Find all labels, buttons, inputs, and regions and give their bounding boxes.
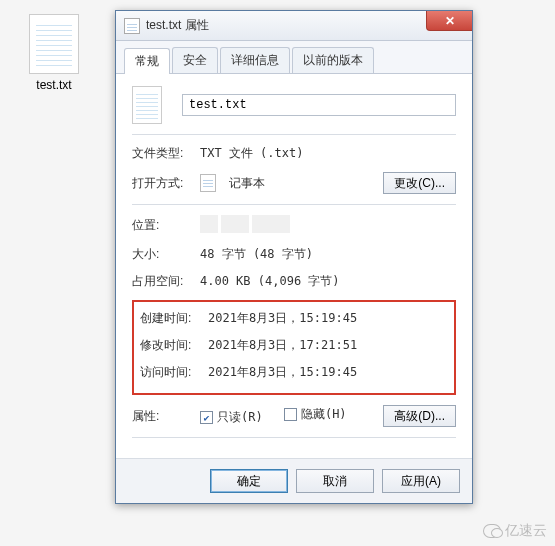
tab-security[interactable]: 安全: [172, 47, 218, 73]
accessed-value: 2021年8月3日，15:19:45: [208, 364, 448, 381]
modified-row: 修改时间: 2021年8月3日，17:21:51: [140, 337, 448, 354]
text-file-icon: [29, 14, 79, 74]
open-with-label: 打开方式:: [132, 175, 200, 192]
tab-strip: 常规 安全 详细信息 以前的版本: [116, 41, 472, 74]
apply-button[interactable]: 应用(A): [382, 469, 460, 493]
desktop-file[interactable]: test.txt: [18, 14, 90, 92]
checkbox-box-icon: [200, 411, 213, 424]
file-type-label: 文件类型:: [132, 145, 200, 162]
open-with-row: 打开方式: 记事本 更改(C)...: [132, 172, 456, 194]
attr-label: 属性:: [132, 408, 200, 425]
desktop-file-label: test.txt: [18, 78, 90, 92]
properties-dialog: test.txt 属性 ✕ 常规 安全 详细信息 以前的版本 文件类型: TXT…: [115, 10, 473, 504]
ok-button[interactable]: 确定: [210, 469, 288, 493]
file-type-value: TXT 文件 (.txt): [200, 145, 456, 162]
title-file-icon: [124, 18, 140, 34]
content: 文件类型: TXT 文件 (.txt) 打开方式: 记事本 更改(C)... 位…: [116, 74, 472, 458]
cancel-button[interactable]: 取消: [296, 469, 374, 493]
notepad-icon: [200, 174, 216, 192]
advanced-button[interactable]: 高级(D)...: [383, 405, 456, 427]
watermark: 亿速云: [483, 522, 547, 540]
location-label: 位置:: [132, 217, 200, 234]
divider: [132, 204, 456, 205]
created-label: 创建时间:: [140, 310, 208, 327]
location-value: [200, 215, 456, 236]
hidden-checkbox[interactable]: 隐藏(H): [284, 406, 347, 423]
tab-general[interactable]: 常规: [124, 48, 170, 74]
watermark-text: 亿速云: [505, 522, 547, 540]
divider: [132, 437, 456, 438]
created-value: 2021年8月3日，15:19:45: [208, 310, 448, 327]
change-button[interactable]: 更改(C)...: [383, 172, 456, 194]
tab-previous-versions[interactable]: 以前的版本: [292, 47, 374, 73]
file-big-icon: [132, 86, 162, 124]
accessed-row: 访问时间: 2021年8月3日，15:19:45: [140, 364, 448, 381]
location-row: 位置:: [132, 215, 456, 236]
file-type-row: 文件类型: TXT 文件 (.txt): [132, 145, 456, 162]
readonly-checkbox[interactable]: 只读(R): [200, 409, 263, 426]
accessed-label: 访问时间:: [140, 364, 208, 381]
size-row: 大小: 48 字节 (48 字节): [132, 246, 456, 263]
readonly-label: 只读(R): [217, 409, 263, 426]
filename-input[interactable]: [182, 94, 456, 116]
hidden-label: 隐藏(H): [301, 406, 347, 423]
checkbox-box-icon: [284, 408, 297, 421]
attr-checks: 只读(R) 隐藏(H): [200, 406, 383, 426]
time-highlight-box: 创建时间: 2021年8月3日，15:19:45 修改时间: 2021年8月3日…: [132, 300, 456, 395]
close-icon: ✕: [445, 14, 455, 28]
attr-row: 属性: 只读(R) 隐藏(H) 高级(D)...: [132, 405, 456, 427]
tab-details[interactable]: 详细信息: [220, 47, 290, 73]
disk-row: 占用空间: 4.00 KB (4,096 字节): [132, 273, 456, 290]
filename-row: [132, 86, 456, 124]
size-label: 大小:: [132, 246, 200, 263]
disk-value: 4.00 KB (4,096 字节): [200, 273, 456, 290]
dialog-title: test.txt 属性: [146, 17, 209, 34]
title-bar[interactable]: test.txt 属性 ✕: [116, 11, 472, 41]
modified-label: 修改时间:: [140, 337, 208, 354]
open-with-value: 记事本: [200, 174, 383, 192]
location-blur: [200, 215, 290, 233]
disk-label: 占用空间:: [132, 273, 200, 290]
footer: 确定 取消 应用(A): [116, 458, 472, 503]
cloud-icon: [483, 524, 501, 538]
created-row: 创建时间: 2021年8月3日，15:19:45: [140, 310, 448, 327]
modified-value: 2021年8月3日，17:21:51: [208, 337, 448, 354]
size-value: 48 字节 (48 字节): [200, 246, 456, 263]
open-with-app: 记事本: [229, 176, 265, 190]
close-button[interactable]: ✕: [426, 11, 472, 31]
divider: [132, 134, 456, 135]
